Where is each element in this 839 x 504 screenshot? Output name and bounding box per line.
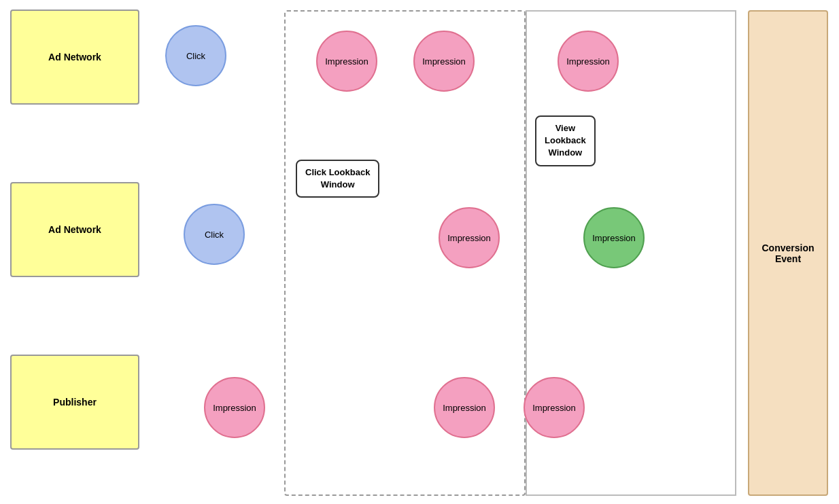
ad-network-mid-box: Ad Network	[10, 182, 139, 277]
impression-r3c2: Impression	[434, 377, 495, 438]
view-lookback-text: ViewLookbackWindow	[545, 123, 586, 158]
ad-network-top-label: Ad Network	[48, 52, 101, 62]
impression-r2c3-green: Impression	[583, 207, 645, 268]
impression-r3c3: Impression	[524, 377, 585, 438]
impression-r1c2: Impression	[413, 31, 475, 92]
impression-r1c3: Impression	[558, 31, 619, 92]
impression-r1c3-label: Impression	[566, 56, 610, 67]
conversion-event-panel: ConversionEvent	[748, 10, 828, 496]
impression-r2c2: Impression	[439, 207, 500, 268]
impression-r2c2-label: Impression	[447, 233, 491, 243]
impression-r1c1-label: Impression	[325, 56, 369, 67]
publisher-label: Publisher	[53, 397, 97, 408]
click-top-label: Click	[186, 51, 205, 61]
click-circle-mid: Click	[184, 204, 245, 265]
impression-r3c1: Impression	[204, 377, 265, 438]
click-lookback-label: Click LookbackWindow	[296, 160, 379, 198]
publisher-box: Publisher	[10, 355, 139, 450]
click-lookback-text: Click LookbackWindow	[305, 167, 370, 190]
diagram-container: Ad Network Ad Network Publisher Click Cl…	[0, 0, 839, 504]
impression-r1c1: Impression	[316, 31, 377, 92]
click-circle-top: Click	[165, 25, 226, 86]
impression-r3c1-label: Impression	[213, 403, 256, 413]
impression-r3c2-label: Impression	[443, 403, 486, 413]
impression-r3c3-label: Impression	[532, 403, 576, 413]
ad-network-top-box: Ad Network	[10, 10, 139, 105]
ad-network-mid-label: Ad Network	[48, 224, 101, 235]
impression-r1c2-label: Impression	[422, 56, 466, 67]
conversion-event-label: ConversionEvent	[761, 242, 814, 264]
click-mid-label: Click	[205, 230, 224, 240]
view-lookback-label: ViewLookbackWindow	[535, 115, 596, 166]
impression-r2c3-label: Impression	[592, 233, 636, 243]
